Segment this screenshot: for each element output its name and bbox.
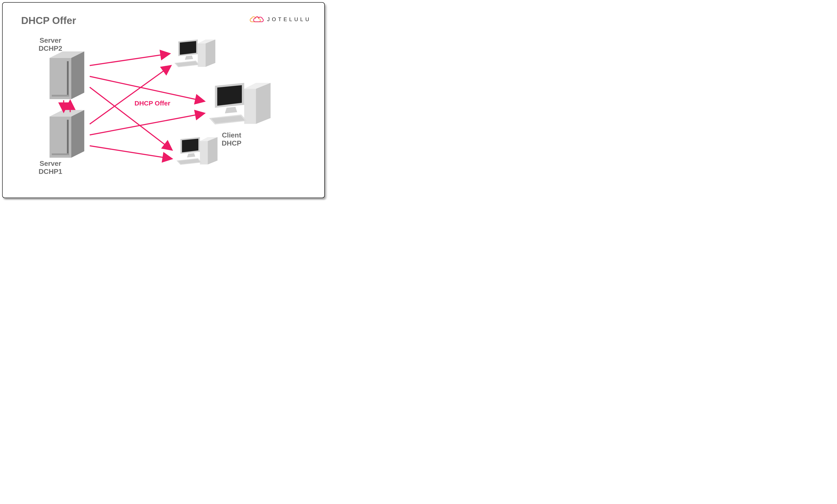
arrow-s2-to-pc-bottom <box>90 87 172 150</box>
arrow-s2-to-client <box>90 76 205 101</box>
label-dhcp-offer: DHCP Offer <box>135 100 170 107</box>
label-client-dhcp: Client DHCP <box>222 131 242 147</box>
server-dhcp1-icon <box>50 110 84 158</box>
client-dhcp-icon <box>209 83 270 124</box>
pc-bottom-icon <box>177 137 217 165</box>
label-server-dhcp2: Server DCHP2 <box>39 36 62 53</box>
arrow-s1-to-client <box>90 113 205 135</box>
cloud-icon <box>249 15 264 23</box>
server-dhcp2-icon <box>50 51 84 99</box>
arrow-s2-to-pc-top <box>90 54 170 66</box>
arrow-s1-to-pc-bottom <box>90 146 172 159</box>
diagram-title: DHCP Offer <box>21 15 76 26</box>
arrow-s1-to-pc-top <box>90 66 171 124</box>
brand-text: JOTELULU <box>267 16 311 22</box>
pc-top-icon <box>174 39 215 67</box>
label-server-dhcp1: Server DCHP1 <box>39 160 62 176</box>
diagram-frame: DHCP Offer JOTELULU Server DCHP2 Server … <box>2 2 325 198</box>
brand-logo: JOTELULU <box>249 15 311 23</box>
